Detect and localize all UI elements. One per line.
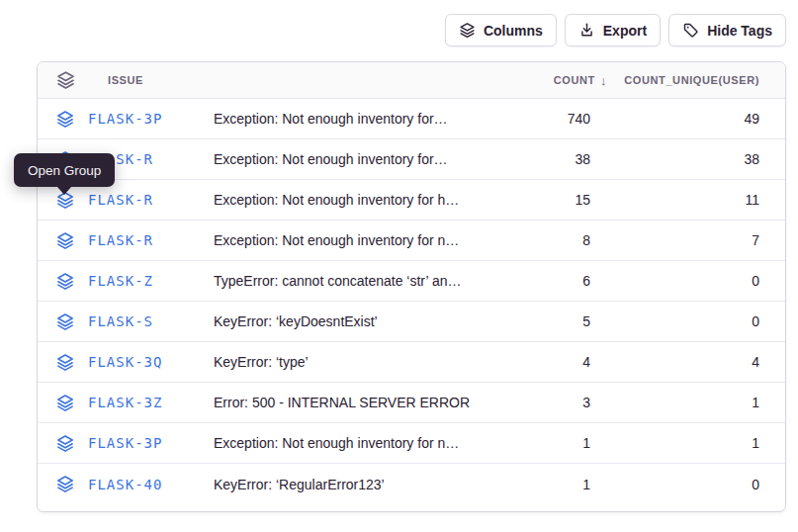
count-unique-value: 7: [607, 232, 759, 248]
count-unique-value: 49: [607, 111, 759, 127]
issue-title: KeyError: ‘RegularError123’: [214, 477, 498, 492]
issue-title: KeyError: ‘keyDoesntExist’: [214, 313, 498, 329]
table-row[interactable]: FLASK-3Z Error: 500 - INTERNAL SERVER ER…: [38, 383, 785, 423]
count-value: 4: [498, 354, 607, 370]
open-group-button[interactable]: [55, 353, 88, 372]
export-button[interactable]: Export: [565, 14, 661, 46]
layers-icon: [55, 110, 75, 129]
count-unique-value: 1: [607, 435, 759, 451]
count-unique-value: 4: [607, 354, 759, 370]
issue-title: Exception: Not enough inventory for…: [214, 151, 498, 167]
open-group-button[interactable]: [55, 110, 88, 129]
issue-link[interactable]: FLASK-3Q: [88, 354, 214, 370]
issue-title: Exception: Not enough inventory for…: [214, 111, 498, 127]
layers-icon: [55, 272, 75, 291]
issue-link[interactable]: FLASK-S: [88, 313, 214, 329]
export-button-label: Export: [603, 23, 647, 39]
table-row[interactable]: FLASK-R Exception: Not enough inventory …: [38, 221, 785, 261]
layers-icon: [55, 434, 75, 453]
issue-title: Error: 500 - INTERNAL SERVER ERROR: [214, 395, 498, 410]
count-value: 1: [498, 435, 607, 451]
open-group-button[interactable]: [55, 434, 88, 453]
columns-button-label: Columns: [484, 23, 543, 39]
open-group-button[interactable]: [55, 272, 88, 291]
layers-icon: [55, 312, 75, 331]
open-group-tooltip: Open Group: [14, 153, 115, 187]
table-row[interactable]: FLASK-40 KeyError: ‘RegularError123’ 1 0: [38, 464, 785, 504]
open-group-button[interactable]: [55, 475, 88, 493]
count-unique-value: 0: [607, 273, 759, 289]
issues-table: ISSUE COUNT ↓ COUNT_UNIQUE(USER) FLASK-3…: [37, 61, 786, 512]
hide-tags-button-label: Hide Tags: [707, 23, 772, 39]
table-row[interactable]: FLASK-R Exception: Not enough inventory …: [38, 180, 785, 221]
count-value: 6: [498, 273, 607, 289]
issue-link[interactable]: FLASK-R: [88, 232, 214, 248]
table-row[interactable]: FLASK-3P Exception: Not enough inventory…: [38, 99, 785, 139]
count-header-label: COUNT: [554, 74, 595, 86]
column-header-count[interactable]: COUNT ↓: [498, 73, 607, 88]
issue-title: KeyError: ‘type’: [214, 354, 498, 370]
count-value: 5: [498, 313, 607, 329]
table-body: FLASK-3P Exception: Not enough inventory…: [38, 99, 785, 511]
tooltip-caret-icon: [57, 187, 71, 195]
open-group-button[interactable]: [55, 312, 88, 331]
count-value: 15: [498, 192, 607, 208]
column-header-count-unique[interactable]: COUNT_UNIQUE(USER): [607, 74, 759, 86]
count-value: 8: [498, 232, 607, 248]
open-group-tooltip-label: Open Group: [28, 163, 101, 178]
layers-icon: [55, 231, 75, 250]
layers-icon: [55, 353, 75, 372]
table-row[interactable]: FLASK-Z TypeError: cannot concatenate ‘s…: [38, 261, 785, 302]
count-value: 740: [498, 111, 607, 127]
issue-title: Exception: Not enough inventory for n…: [214, 232, 498, 248]
count-unique-value: 1: [607, 395, 759, 410]
table-row[interactable]: FLASK-S KeyError: ‘keyDoesntExist’ 5 0: [38, 302, 785, 342]
download-icon: [578, 22, 595, 39]
issue-link[interactable]: FLASK-3Z: [88, 395, 214, 410]
issue-title: Exception: Not enough inventory for h…: [214, 192, 498, 208]
count-unique-value: 0: [607, 477, 759, 492]
issue-column-icon-wrap: [55, 70, 88, 90]
count-unique-value: 11: [607, 192, 759, 208]
issue-link[interactable]: FLASK-3P: [88, 435, 214, 451]
issue-link[interactable]: FLASK-3P: [88, 111, 214, 127]
table-header: ISSUE COUNT ↓ COUNT_UNIQUE(USER): [38, 62, 785, 99]
page: Columns Export Hide Tags ISSUE COUNT ↓ C…: [0, 0, 798, 532]
count-value: 38: [498, 151, 607, 167]
open-group-button[interactable]: [55, 394, 88, 412]
count-value: 3: [498, 395, 607, 410]
layers-icon: [55, 475, 75, 493]
hide-tags-button[interactable]: Hide Tags: [668, 14, 786, 46]
issue-title: Exception: Not enough inventory for n…: [214, 435, 498, 451]
tag-icon: [682, 22, 699, 39]
layers-icon: [55, 394, 75, 412]
open-group-button[interactable]: [55, 231, 88, 250]
count-value: 1: [498, 477, 607, 492]
count-unique-value: 0: [607, 313, 759, 329]
layers-icon: [55, 70, 76, 90]
issue-title: TypeError: cannot concatenate ‘str’ an…: [214, 273, 498, 289]
table-row[interactable]: FLASK-3P Exception: Not enough inventory…: [38, 423, 785, 464]
count-unique-header-label: COUNT_UNIQUE(USER): [624, 74, 759, 86]
column-header-issue[interactable]: ISSUE: [88, 74, 214, 86]
columns-button[interactable]: Columns: [445, 14, 557, 46]
layers-icon: [459, 22, 476, 39]
issue-link[interactable]: FLASK-40: [88, 477, 214, 492]
toolbar: Columns Export Hide Tags: [445, 14, 786, 46]
sort-desc-icon: ↓: [600, 73, 607, 88]
issue-link[interactable]: FLASK-R: [88, 192, 214, 208]
issue-link[interactable]: FLASK-Z: [88, 273, 214, 289]
count-unique-value: 38: [607, 151, 759, 167]
table-row[interactable]: FLASK-3Q KeyError: ‘type’ 4 4: [38, 342, 785, 383]
table-row[interactable]: FLASK-R Exception: Not enough inventory …: [38, 139, 785, 180]
